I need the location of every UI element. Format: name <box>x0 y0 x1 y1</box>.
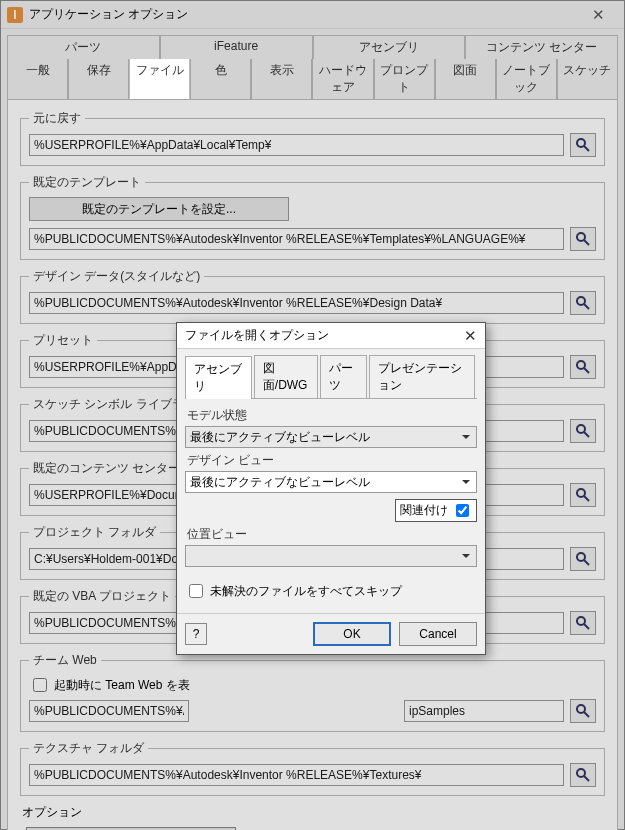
model-state-value: 最後にアクティブなビューレベル <box>190 429 370 446</box>
position-view-combo[interactable] <box>185 545 477 567</box>
tab-file[interactable]: ファイル <box>129 59 190 99</box>
skip-unresolved-label: 未解決のファイルをすべてスキップ <box>210 583 402 600</box>
associate-row: 関連付け <box>185 499 477 522</box>
design-view-value: 最後にアクティブなビューレベル <box>190 474 370 491</box>
dialog-close-icon[interactable]: ✕ <box>464 327 477 345</box>
associate-label: 関連付け <box>400 502 448 519</box>
cancel-button[interactable]: Cancel <box>399 622 477 646</box>
dialog-tab-drawing-dwg[interactable]: 図面/DWG <box>254 355 318 398</box>
position-view-label: 位置ビュー <box>187 526 477 543</box>
dialog-title: ファイルを開くオプション <box>185 327 329 344</box>
model-state-combo[interactable]: 最後にアクティブなビューレベル <box>185 426 477 448</box>
design-view-label: デザイン ビュー <box>187 452 477 469</box>
help-button[interactable]: ? <box>185 623 207 645</box>
dialog-tab-assembly[interactable]: アセンブリ <box>185 356 252 399</box>
associate-checkbox[interactable] <box>456 504 469 517</box>
dialog-tab-parts[interactable]: パーツ <box>320 355 367 398</box>
model-state-label: モデル状態 <box>187 407 477 424</box>
file-open-options-dialog: ファイルを開くオプション ✕ アセンブリ 図面/DWG パーツ プレゼンテーショ… <box>176 322 486 655</box>
dialog-tabs: アセンブリ 図面/DWG パーツ プレゼンテーション <box>185 355 477 399</box>
design-view-combo[interactable]: 最後にアクティブなビューレベル <box>185 471 477 493</box>
associate-checkbox-wrap[interactable]: 関連付け <box>395 499 477 522</box>
dialog-tab-presentation[interactable]: プレゼンテーション <box>369 355 475 398</box>
dialog-body: アセンブリ 図面/DWG パーツ プレゼンテーション モデル状態 最後にアクティ… <box>177 349 485 613</box>
dialog-footer: ? OK Cancel <box>177 613 485 654</box>
skip-unresolved-row[interactable]: 未解決のファイルをすべてスキップ <box>185 581 477 601</box>
skip-unresolved-checkbox[interactable] <box>189 584 203 598</box>
ok-button[interactable]: OK <box>313 622 391 646</box>
dialog-titlebar: ファイルを開くオプション ✕ <box>177 323 485 349</box>
